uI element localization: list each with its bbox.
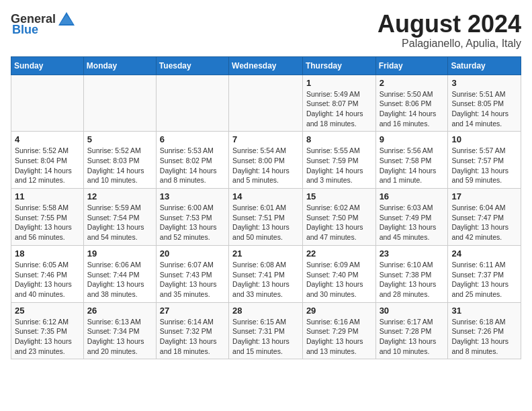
day-info: Sunrise: 6:03 AM Sunset: 7:49 PM Dayligh… <box>380 203 445 242</box>
calendar-cell: 3Sunrise: 5:51 AM Sunset: 8:05 PM Daylig… <box>448 75 521 132</box>
day-number: 7 <box>232 134 299 144</box>
page-header: General Blue August 2024 Palagianello, A… <box>11 11 521 50</box>
day-info: Sunrise: 5:51 AM Sunset: 8:05 PM Dayligh… <box>451 89 517 129</box>
calendar-cell: 19Sunrise: 6:06 AM Sunset: 7:44 PM Dayli… <box>83 245 156 302</box>
day-number: 9 <box>380 134 445 144</box>
day-info: Sunrise: 5:50 AM Sunset: 8:06 PM Dayligh… <box>380 89 445 129</box>
calendar-cell: 13Sunrise: 6:00 AM Sunset: 7:53 PM Dayli… <box>156 189 228 246</box>
logo-blue: Blue <box>12 23 38 37</box>
day-info: Sunrise: 6:08 AM Sunset: 7:41 PM Dayligh… <box>232 260 299 300</box>
calendar-cell: 14Sunrise: 6:01 AM Sunset: 7:51 PM Dayli… <box>229 189 303 246</box>
calendar-cell: 1Sunrise: 5:49 AM Sunset: 8:07 PM Daylig… <box>302 75 375 132</box>
calendar-week-row: 4Sunrise: 5:52 AM Sunset: 8:04 PM Daylig… <box>11 132 521 189</box>
calendar-cell: 28Sunrise: 6:15 AM Sunset: 7:31 PM Dayli… <box>229 302 303 359</box>
day-number: 18 <box>15 248 80 259</box>
calendar-cell: 7Sunrise: 5:54 AM Sunset: 8:00 PM Daylig… <box>229 132 303 189</box>
day-number: 21 <box>232 248 299 259</box>
calendar-cell: 25Sunrise: 6:12 AM Sunset: 7:35 PM Dayli… <box>11 302 84 359</box>
day-info: Sunrise: 5:58 AM Sunset: 7:55 PM Dayligh… <box>15 203 80 242</box>
day-info: Sunrise: 6:09 AM Sunset: 7:40 PM Dayligh… <box>306 260 372 300</box>
day-number: 4 <box>15 134 80 144</box>
calendar-cell: 23Sunrise: 6:10 AM Sunset: 7:38 PM Dayli… <box>375 245 448 302</box>
calendar-cell: 4Sunrise: 5:52 AM Sunset: 8:04 PM Daylig… <box>11 132 84 189</box>
calendar-cell: 12Sunrise: 5:59 AM Sunset: 7:54 PM Dayli… <box>83 189 156 246</box>
day-header-saturday: Saturday <box>448 56 521 75</box>
day-number: 3 <box>451 78 517 88</box>
day-number: 20 <box>160 248 225 259</box>
calendar-cell: 24Sunrise: 6:11 AM Sunset: 7:37 PM Dayli… <box>448 245 521 302</box>
day-info: Sunrise: 6:18 AM Sunset: 7:26 PM Dayligh… <box>451 317 517 357</box>
day-header-tuesday: Tuesday <box>156 56 228 75</box>
day-info: Sunrise: 6:12 AM Sunset: 7:35 PM Dayligh… <box>15 317 80 357</box>
day-number: 11 <box>15 191 80 201</box>
day-info: Sunrise: 6:17 AM Sunset: 7:28 PM Dayligh… <box>380 317 445 357</box>
day-info: Sunrise: 6:14 AM Sunset: 7:32 PM Dayligh… <box>160 317 225 357</box>
calendar-week-row: 11Sunrise: 5:58 AM Sunset: 7:55 PM Dayli… <box>11 189 521 246</box>
day-info: Sunrise: 5:52 AM Sunset: 8:03 PM Dayligh… <box>87 146 152 185</box>
svg-marker-1 <box>60 15 73 24</box>
calendar-header-row: SundayMondayTuesdayWednesdayThursdayFrid… <box>11 56 521 75</box>
calendar-cell: 18Sunrise: 6:05 AM Sunset: 7:46 PM Dayli… <box>11 245 84 302</box>
day-info: Sunrise: 6:01 AM Sunset: 7:51 PM Dayligh… <box>232 203 299 242</box>
day-number: 15 <box>306 191 372 201</box>
day-info: Sunrise: 6:06 AM Sunset: 7:44 PM Dayligh… <box>87 260 152 300</box>
day-number: 12 <box>87 191 152 201</box>
day-number: 2 <box>380 78 445 88</box>
calendar-cell <box>156 75 228 132</box>
day-number: 31 <box>451 306 517 316</box>
day-number: 25 <box>15 306 80 316</box>
day-info: Sunrise: 5:55 AM Sunset: 7:59 PM Dayligh… <box>306 146 372 185</box>
calendar-title: August 2024 <box>378 11 521 38</box>
day-info: Sunrise: 6:00 AM Sunset: 7:53 PM Dayligh… <box>160 203 225 242</box>
calendar-cell: 16Sunrise: 6:03 AM Sunset: 7:49 PM Dayli… <box>375 189 448 246</box>
day-info: Sunrise: 5:53 AM Sunset: 8:02 PM Dayligh… <box>160 146 225 185</box>
calendar-cell: 29Sunrise: 6:16 AM Sunset: 7:29 PM Dayli… <box>302 302 375 359</box>
title-block: August 2024 Palagianello, Apulia, Italy <box>378 11 521 50</box>
day-header-wednesday: Wednesday <box>229 56 303 75</box>
calendar-week-row: 1Sunrise: 5:49 AM Sunset: 8:07 PM Daylig… <box>11 75 521 132</box>
day-number: 16 <box>380 191 445 201</box>
day-header-sunday: Sunday <box>11 56 84 75</box>
calendar-cell: 5Sunrise: 5:52 AM Sunset: 8:03 PM Daylig… <box>83 132 156 189</box>
day-header-thursday: Thursday <box>302 56 375 75</box>
calendar-cell: 11Sunrise: 5:58 AM Sunset: 7:55 PM Dayli… <box>11 189 84 246</box>
day-info: Sunrise: 6:07 AM Sunset: 7:43 PM Dayligh… <box>160 260 225 300</box>
day-header-friday: Friday <box>375 56 448 75</box>
day-number: 26 <box>87 306 152 316</box>
day-number: 1 <box>306 78 372 88</box>
day-number: 17 <box>451 191 517 201</box>
day-number: 19 <box>87 248 152 259</box>
day-info: Sunrise: 6:11 AM Sunset: 7:37 PM Dayligh… <box>451 260 517 300</box>
day-number: 23 <box>380 248 445 259</box>
day-info: Sunrise: 5:57 AM Sunset: 7:57 PM Dayligh… <box>451 146 517 185</box>
day-number: 13 <box>160 191 225 201</box>
calendar-cell: 8Sunrise: 5:55 AM Sunset: 7:59 PM Daylig… <box>302 132 375 189</box>
calendar-cell: 2Sunrise: 5:50 AM Sunset: 8:06 PM Daylig… <box>375 75 448 132</box>
day-number: 14 <box>232 191 299 201</box>
day-info: Sunrise: 5:56 AM Sunset: 7:58 PM Dayligh… <box>380 146 445 185</box>
calendar-cell <box>11 75 84 132</box>
day-header-monday: Monday <box>83 56 156 75</box>
calendar-cell: 17Sunrise: 6:04 AM Sunset: 7:47 PM Dayli… <box>448 189 521 246</box>
day-number: 10 <box>451 134 517 144</box>
logo: General Blue <box>11 11 76 37</box>
day-info: Sunrise: 6:02 AM Sunset: 7:50 PM Dayligh… <box>306 203 372 242</box>
day-info: Sunrise: 6:04 AM Sunset: 7:47 PM Dayligh… <box>451 203 517 242</box>
calendar-cell: 21Sunrise: 6:08 AM Sunset: 7:41 PM Dayli… <box>229 245 303 302</box>
day-info: Sunrise: 5:49 AM Sunset: 8:07 PM Dayligh… <box>306 89 372 129</box>
day-number: 6 <box>160 134 225 144</box>
calendar-cell: 6Sunrise: 5:53 AM Sunset: 8:02 PM Daylig… <box>156 132 228 189</box>
calendar-cell: 22Sunrise: 6:09 AM Sunset: 7:40 PM Dayli… <box>302 245 375 302</box>
calendar-cell <box>229 75 303 132</box>
calendar-cell: 10Sunrise: 5:57 AM Sunset: 7:57 PM Dayli… <box>448 132 521 189</box>
day-number: 22 <box>306 248 372 259</box>
calendar-cell: 27Sunrise: 6:14 AM Sunset: 7:32 PM Dayli… <box>156 302 228 359</box>
day-number: 8 <box>306 134 372 144</box>
calendar-table: SundayMondayTuesdayWednesdayThursdayFrid… <box>11 56 521 360</box>
calendar-cell: 26Sunrise: 6:13 AM Sunset: 7:34 PM Dayli… <box>83 302 156 359</box>
day-info: Sunrise: 6:15 AM Sunset: 7:31 PM Dayligh… <box>232 317 299 357</box>
day-number: 29 <box>306 306 372 316</box>
calendar-cell: 31Sunrise: 6:18 AM Sunset: 7:26 PM Dayli… <box>448 302 521 359</box>
calendar-cell <box>83 75 156 132</box>
day-number: 28 <box>232 306 299 316</box>
